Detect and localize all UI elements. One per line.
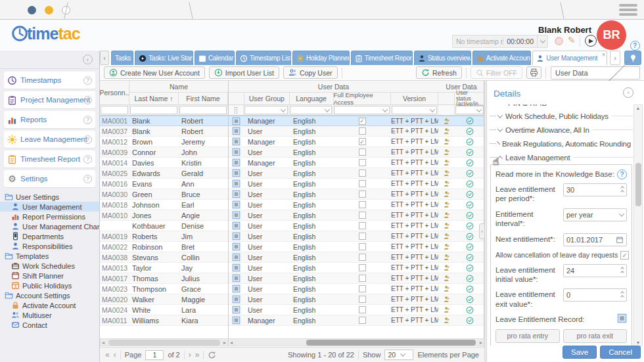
user-detail-sheet-icon[interactable] (232, 200, 241, 209)
sidebar-item-user-management-changelog[interactable]: User Management Changelog (0, 221, 99, 231)
section-header-break-regulations-automatic-rounding[interactable]: Break Regulations, Automatic Rounding (490, 137, 633, 150)
user-detail-sheet-icon[interactable] (232, 211, 241, 219)
edit-timestamp-icon[interactable]: ✎ (568, 35, 576, 45)
sidebar-item-activate-account[interactable]: Activate Account (0, 300, 99, 310)
window-button-2[interactable] (45, 6, 53, 14)
full-access-checkbox[interactable] (359, 222, 366, 229)
section-header-leave-management[interactable]: Leave Management (490, 150, 633, 164)
filter-last-name-input[interactable] (130, 106, 177, 114)
help-icon[interactable]: ? (83, 76, 92, 85)
tab-timesheet-report[interactable]: Timesheet Report (351, 51, 413, 65)
last-page-button[interactable]: » (195, 350, 200, 359)
table-row[interactable]: MA0019RobertsJimUserEnglishETT + PTT + L… (100, 231, 484, 242)
sidebar-item-templates[interactable]: Templates (0, 251, 99, 261)
full-access-checkbox[interactable] (359, 275, 366, 282)
sidebar-item-departments[interactable]: Departments (0, 231, 99, 241)
help-icon[interactable]: ? (83, 96, 92, 104)
user-detail-sheet-icon[interactable] (232, 253, 241, 261)
spinner-arrows-icon[interactable] (621, 267, 624, 274)
tab-holiday-planner[interactable]: Holiday Planner (292, 51, 350, 65)
filter-personnel-input[interactable] (101, 106, 128, 114)
page-number-input[interactable]: 1 (145, 350, 164, 360)
column-header-user-group[interactable]: User Group (244, 93, 290, 104)
tab-overflow-button[interactable]: › (610, 51, 620, 65)
table-row[interactable]: MA0022RobinsonBretUserEnglishETT + PTT +… (100, 242, 484, 252)
full-access-checkbox[interactable] (359, 254, 366, 261)
spinner-arrows-icon[interactable] (621, 292, 624, 298)
table-row[interactable]: MA0010JonesAngieUserEnglishETT + PTT + L… (100, 210, 484, 221)
table-row[interactable]: MA0018JohnsonEarlUserEnglishETT + PTT + … (100, 200, 484, 210)
full-access-checkbox[interactable] (359, 296, 366, 303)
full-access-checkbox[interactable] (359, 191, 366, 198)
input-leave-entitlement-initial-value[interactable]: 24 (563, 264, 627, 277)
user-detail-sheet-icon[interactable] (232, 305, 241, 314)
column-header-user-status[interactable]: User status (active/in... (455, 93, 484, 104)
sidebar-item-account-settings[interactable]: Account Settings (0, 290, 99, 300)
tab-activate-account[interactable]: Activate Account (472, 51, 532, 65)
user-detail-sheet-icon[interactable] (232, 316, 241, 325)
window-button-1[interactable] (28, 6, 36, 14)
table-row[interactable]: KothbauerDeniseUserEnglishETT + PTT + LM (100, 221, 484, 231)
column-header-full-access[interactable]: Full Employee Access (334, 93, 392, 104)
sidebar-item-user-settings[interactable]: User Settings (0, 192, 99, 202)
kn-base-help-icon[interactable]: ? (617, 170, 627, 179)
full-access-checkbox[interactable] (359, 148, 366, 156)
full-access-checkbox[interactable] (359, 159, 366, 166)
table-row[interactable]: MA0012BrownJeremyManagerEnglish✓ETT + PT… (100, 137, 484, 147)
sidebar-item-public-holidays[interactable]: 3Public Holidays (0, 281, 99, 290)
full-access-checkbox[interactable] (359, 317, 366, 324)
user-detail-sheet-icon[interactable] (232, 127, 241, 135)
full-access-checkbox[interactable] (359, 243, 366, 250)
sidebar-item-responsibilities[interactable]: Responsibilities (0, 241, 99, 251)
sidebar-module-timesheet-report[interactable]: Timesheet Report? (4, 150, 95, 168)
sidebar-module-settings[interactable]: ⚙Settings? (4, 170, 95, 187)
tab-status-overview[interactable]: Status overview (414, 51, 471, 65)
help-icon[interactable]: ? (83, 155, 92, 164)
column-header-language[interactable]: Language (290, 93, 334, 104)
full-access-checkbox[interactable] (359, 264, 366, 271)
browser-menu-icon[interactable] (619, 4, 637, 16)
full-access-checkbox[interactable] (359, 285, 366, 292)
filter-user-status-select[interactable] (455, 106, 484, 114)
first-page-button[interactable]: « (105, 350, 110, 359)
table-row[interactable]: MA0025EdwardsGeraldUserEnglishETT + PTT … (100, 168, 484, 179)
refresh-grid-icon[interactable] (208, 351, 216, 359)
view-select[interactable]: User Data (551, 66, 640, 79)
full-access-checkbox[interactable] (359, 212, 366, 219)
table-row[interactable]: MA0020WalkerMaggieUserEnglishETT + PTT +… (100, 294, 484, 305)
full-access-checkbox[interactable] (359, 201, 366, 208)
user-detail-sheet-icon[interactable] (232, 117, 241, 125)
table-row[interactable]: MA0039ConnorJohnUserEnglishETT + PTT + L… (100, 147, 484, 158)
sidebar-module-leave-management[interactable]: Leave Management? (4, 131, 95, 148)
full-access-checkbox[interactable] (359, 127, 366, 135)
timer-dropdown-chevron-icon[interactable] (537, 35, 547, 47)
user-detail-sheet-icon[interactable] (232, 179, 241, 188)
column-header-last-name[interactable]: Last Name ↑ (129, 93, 179, 104)
create-new-user-account-button[interactable]: Create New User Account (104, 66, 205, 79)
user-detail-sheet-icon[interactable] (232, 274, 241, 283)
user-detail-sheet-icon[interactable] (232, 221, 241, 230)
right-pane-hscrollbar[interactable]: ◂ ▸ (228, 338, 484, 346)
refresh-button[interactable]: Refresh (416, 66, 462, 79)
help-icon[interactable]: ? (83, 135, 92, 144)
input-next-entitlement[interactable]: 01.01.2017 (563, 233, 627, 246)
table-row[interactable]: MA0024WhiteLaraUserEnglishETT + PTT + LM (100, 305, 484, 315)
user-detail-sheet-icon[interactable] (232, 263, 241, 272)
sidebar-item-contact[interactable]: Contact (0, 320, 99, 330)
sidebar-item-user-management[interactable]: User Management (0, 202, 99, 212)
pro-rata-exit-button[interactable]: pro rata exit (563, 329, 628, 343)
full-access-checkbox[interactable] (359, 233, 366, 240)
tab-scroll-left-button[interactable]: ‹ (100, 51, 109, 65)
sidebar-module-reports[interactable]: Reports? (4, 111, 95, 128)
user-detail-sheet-icon[interactable] (232, 158, 241, 167)
sidebar-module-timestamps[interactable]: Timestamps? (4, 72, 95, 89)
input-leave-entitlement-per-period[interactable]: 30 (563, 183, 627, 196)
user-detail-sheet-icon[interactable] (232, 169, 241, 177)
next-page-button[interactable]: › (189, 350, 191, 359)
timestamp-widget[interactable]: No timestamp run... 00:00:00 (452, 35, 548, 48)
full-access-checkbox[interactable]: ✓ (359, 138, 366, 145)
user-detail-sheet-icon[interactable] (232, 232, 241, 240)
checkbox-allow-cancellation-of-leave-day-requests[interactable]: ✓ (620, 251, 629, 260)
filter-off-button[interactable]: Filter OFF (471, 66, 522, 79)
sidebar-module-project-management[interactable]: Project Management? (4, 91, 95, 108)
